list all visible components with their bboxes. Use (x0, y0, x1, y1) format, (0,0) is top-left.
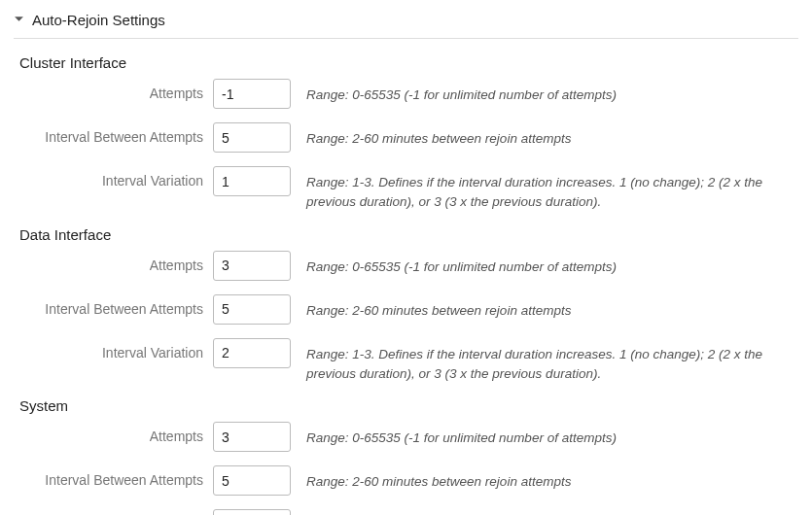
group-data-interface: Data Interface Attempts Range: 0-65535 (… (14, 226, 798, 385)
cluster-variation-input[interactable] (213, 166, 291, 196)
data-interval-input[interactable] (213, 294, 291, 325)
input-cell (213, 509, 300, 515)
field-desc: Range: 1-3. Defines if the interval dura… (300, 166, 798, 213)
field-label: Interval Between Attempts (14, 122, 213, 145)
field-label: Interval Variation (14, 338, 213, 360)
field-desc: Range: 2-60 minutes between rejoin attem… (300, 294, 798, 321)
group-label: System (19, 397, 798, 414)
row-interval: Interval Between Attempts Range: 2-60 mi… (14, 465, 798, 496)
group-label: Data Interface (19, 226, 798, 243)
row-attempts: Attempts Range: 0-65535 (-1 for unlimite… (14, 422, 798, 452)
field-label: Attempts (14, 422, 213, 444)
field-label: Interval Between Attempts (14, 465, 213, 488)
field-desc: Range: 1-3. Defines if the interval dura… (300, 338, 798, 385)
system-interval-input[interactable] (213, 465, 291, 496)
section-title: Auto-Rejoin Settings (32, 12, 165, 28)
field-label: Attempts (14, 251, 213, 273)
field-label: Attempts (14, 79, 213, 101)
input-cell (213, 338, 300, 368)
row-variation: Interval Variation Range: 1-3. Defines i… (14, 338, 798, 385)
field-label: Interval Between Attempts (14, 294, 213, 317)
row-interval: Interval Between Attempts Range: 2-60 mi… (14, 122, 798, 153)
input-cell (213, 422, 300, 452)
field-desc: Range: 0-65535 (-1 for unlimited number … (300, 422, 798, 448)
system-variation-input[interactable] (213, 509, 291, 515)
cluster-attempts-input[interactable] (213, 79, 291, 109)
row-attempts: Attempts Range: 0-65535 (-1 for unlimite… (14, 79, 798, 109)
data-attempts-input[interactable] (213, 251, 291, 281)
row-attempts: Attempts Range: 0-65535 (-1 for unlimite… (14, 251, 798, 281)
section-header[interactable]: Auto-Rejoin Settings (14, 12, 798, 39)
input-cell (213, 294, 300, 325)
data-variation-input[interactable] (213, 338, 291, 368)
row-variation: Interval Variation Range: 1-3. Defines i… (14, 509, 798, 515)
field-desc: Range: 1-3. Defines if the interval dura… (300, 509, 798, 515)
cluster-interval-input[interactable] (213, 122, 291, 153)
system-attempts-input[interactable] (213, 422, 291, 452)
field-desc: Range: 0-65535 (-1 for unlimited number … (300, 251, 798, 277)
field-label: Interval Variation (14, 166, 213, 189)
chevron-down-icon (14, 14, 24, 26)
field-label: Interval Variation (14, 509, 213, 515)
row-variation: Interval Variation Range: 1-3. Defines i… (14, 166, 798, 213)
group-cluster-interface: Cluster Interface Attempts Range: 0-6553… (14, 54, 798, 213)
group-system: System Attempts Range: 0-65535 (-1 for u… (14, 397, 798, 515)
input-cell (213, 166, 300, 196)
row-interval: Interval Between Attempts Range: 2-60 mi… (14, 294, 798, 325)
input-cell (213, 122, 300, 153)
field-desc: Range: 0-65535 (-1 for unlimited number … (300, 79, 798, 105)
input-cell (213, 465, 300, 496)
group-label: Cluster Interface (19, 54, 798, 71)
input-cell (213, 251, 300, 281)
input-cell (213, 79, 300, 109)
field-desc: Range: 2-60 minutes between rejoin attem… (300, 465, 798, 492)
field-desc: Range: 2-60 minutes between rejoin attem… (300, 122, 798, 149)
